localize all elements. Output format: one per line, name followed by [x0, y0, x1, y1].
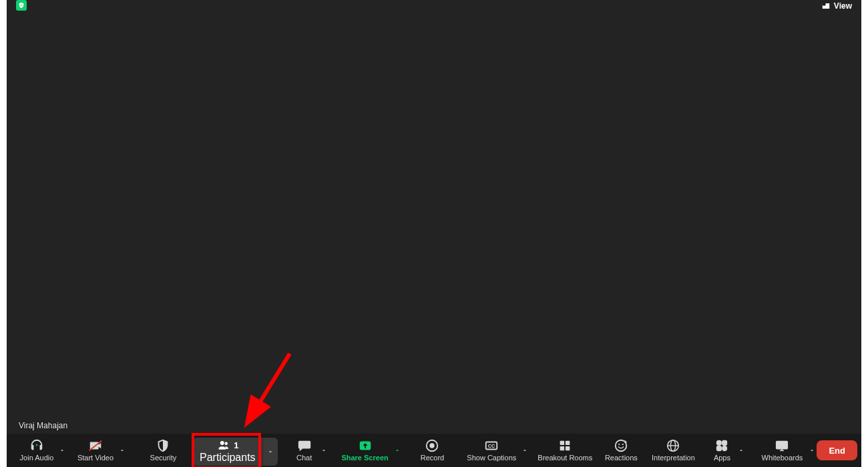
- participants-count: 1: [234, 440, 238, 450]
- svg-point-15: [619, 444, 620, 445]
- svg-rect-20: [717, 441, 721, 445]
- captions-icon: CC: [484, 438, 499, 453]
- share-screen-button[interactable]: Share Screen: [338, 434, 393, 467]
- start-video-label: Start Video: [77, 454, 114, 462]
- show-captions-button[interactable]: CC Show Captions: [463, 434, 520, 467]
- record-icon: [425, 438, 439, 453]
- svg-rect-1: [823, 3, 826, 5]
- headphones-icon: [29, 438, 44, 453]
- participants-label: Participants: [200, 452, 256, 464]
- interpretation-label: Interpretation: [652, 454, 695, 462]
- share-screen-label: Share Screen: [341, 454, 388, 462]
- start-video-button[interactable]: Start Video: [73, 434, 118, 467]
- svg-point-3: [220, 441, 224, 445]
- apps-button[interactable]: Apps: [707, 434, 736, 467]
- end-label: End: [829, 446, 845, 456]
- share-screen-options-caret[interactable]: [393, 434, 402, 467]
- meeting-toolbar: Join Audio Start Video Security: [7, 434, 861, 467]
- svg-point-7: [430, 443, 435, 448]
- svg-point-4: [225, 442, 228, 446]
- end-meeting-button[interactable]: End: [817, 440, 857, 460]
- participants-options-caret[interactable]: [262, 438, 278, 466]
- apps-icon: [714, 438, 729, 453]
- encryption-shield-icon[interactable]: [16, 0, 27, 11]
- whiteboards-button[interactable]: Whiteboards: [756, 434, 807, 467]
- svg-text:CC: CC: [488, 443, 495, 449]
- join-audio-options-caret[interactable]: [57, 434, 67, 467]
- breakout-rooms-button[interactable]: Breakout Rooms: [536, 434, 594, 467]
- interpretation-button[interactable]: Interpretation: [648, 434, 698, 467]
- participants-icon: [216, 439, 231, 451]
- participants-button[interactable]: 1 Participants: [193, 438, 262, 466]
- self-name-overlay: Viraj Mahajan: [19, 421, 67, 430]
- record-label: Record: [421, 454, 444, 462]
- join-audio-button[interactable]: Join Audio: [16, 434, 57, 467]
- meeting-video-area: View Viraj Mahajan: [7, 0, 861, 434]
- chat-button[interactable]: Chat: [290, 434, 319, 467]
- apps-label: Apps: [714, 454, 730, 462]
- globe-icon: [666, 438, 680, 453]
- reactions-icon: [614, 438, 628, 453]
- reactions-button[interactable]: Reactions: [602, 434, 640, 467]
- chat-label: Chat: [296, 454, 312, 462]
- svg-point-16: [622, 444, 624, 445]
- show-captions-label: Show Captions: [467, 454, 516, 462]
- chat-options-caret[interactable]: [319, 434, 329, 467]
- record-button[interactable]: Record: [417, 434, 449, 467]
- svg-rect-21: [722, 441, 726, 445]
- security-label: Security: [150, 454, 177, 462]
- view-button[interactable]: View: [820, 0, 853, 12]
- chat-icon: [297, 438, 312, 453]
- shield-icon: [156, 438, 170, 453]
- whiteboards-options-caret[interactable]: [807, 434, 817, 467]
- svg-rect-10: [560, 441, 564, 445]
- show-captions-options-caret[interactable]: [520, 434, 529, 467]
- svg-rect-12: [560, 446, 564, 450]
- svg-point-14: [616, 440, 627, 452]
- svg-rect-13: [566, 446, 570, 450]
- svg-rect-22: [717, 446, 721, 450]
- share-screen-icon: [358, 438, 373, 453]
- svg-rect-11: [566, 441, 570, 445]
- reactions-label: Reactions: [605, 454, 638, 462]
- join-audio-label: Join Audio: [20, 454, 54, 462]
- svg-point-23: [722, 446, 726, 450]
- breakout-rooms-label: Breakout Rooms: [537, 454, 592, 462]
- svg-rect-24: [777, 442, 788, 449]
- view-label: View: [834, 1, 852, 11]
- apps-options-caret[interactable]: [736, 434, 746, 467]
- breakout-rooms-icon: [558, 438, 572, 453]
- video-off-icon: [88, 438, 103, 453]
- whiteboards-label: Whiteboards: [762, 454, 803, 462]
- whiteboard-icon: [775, 438, 789, 453]
- start-video-options-caret[interactable]: [118, 434, 127, 467]
- security-button[interactable]: Security: [146, 434, 181, 467]
